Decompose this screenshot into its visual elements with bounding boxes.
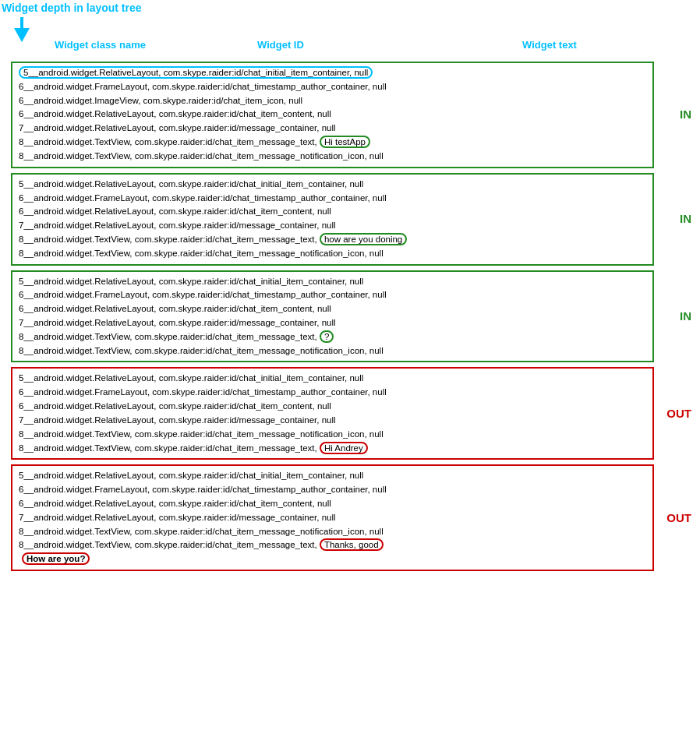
- table-row: 5__android.widget.RelativeLayout, com.sk…: [19, 66, 646, 80]
- table-row: 7__android.widget.RelativeLayout, com.sk…: [19, 414, 646, 428]
- table-row: 6__android.widget.RelativeLayout, com.sk…: [19, 205, 646, 219]
- table-row: 6__android.widget.ImageView, com.skype.r…: [19, 94, 646, 108]
- table-row: 6__android.widget.RelativeLayout, com.sk…: [19, 497, 646, 511]
- table-row: 5__android.widget.RelativeLayout, com.sk…: [19, 275, 646, 289]
- table-row: 6__android.widget.RelativeLayout, com.sk…: [19, 302, 646, 316]
- table-row: 6__android.widget.RelativeLayout, com.sk…: [19, 108, 646, 122]
- table-row: 6__android.widget.FrameLayout, com.skype…: [19, 483, 646, 497]
- table-row: 8__android.widget.TextView, com.skype.ra…: [19, 525, 646, 539]
- table-row: 8__android.widget.TextView, com.skype.ra…: [19, 428, 646, 442]
- table-row: 6__android.widget.FrameLayout, com.skype…: [19, 386, 646, 400]
- col-class-header: Widget class name: [31, 39, 257, 51]
- table-row: 8__android.widget.TextView, com.skype.ra…: [19, 233, 646, 247]
- down-arrow-icon: [14, 28, 30, 42]
- direction-label: OUT: [666, 404, 691, 422]
- highlight-oval: Hi testApp: [320, 136, 370, 148]
- arrow-indicator: [14, 17, 30, 42]
- table-row: 5__android.widget.RelativeLayout, com.sk…: [19, 469, 646, 483]
- table-row: 5__android.widget.RelativeLayout, com.sk…: [19, 372, 646, 386]
- table-row: 6__android.widget.FrameLayout, com.skype…: [19, 192, 646, 206]
- table-row: 5__android.widget.RelativeLayout, com.sk…: [19, 178, 646, 192]
- message-block-0: 5__android.widget.RelativeLayout, com.sk…: [11, 62, 654, 168]
- table-row: 6__android.widget.RelativeLayout, com.sk…: [19, 400, 646, 414]
- table-row: 7__android.widget.RelativeLayout, com.sk…: [19, 316, 646, 330]
- blocks-container: 5__android.widget.RelativeLayout, com.sk…: [8, 62, 657, 571]
- direction-label: OUT: [666, 509, 691, 527]
- column-headers: Widget class name Widget ID Widget text: [0, 37, 700, 54]
- table-row: 6__android.widget.FrameLayout, com.skype…: [19, 288, 646, 302]
- table-row: 7__android.widget.RelativeLayout, com.sk…: [19, 219, 646, 233]
- table-row: 6__android.widget.FrameLayout, com.skype…: [19, 80, 646, 94]
- highlight-oval: how are you doning: [320, 233, 407, 245]
- table-row: 8__android.widget.TextView, com.skype.ra…: [19, 442, 646, 456]
- message-block-2: 5__android.widget.RelativeLayout, com.sk…: [11, 270, 654, 363]
- table-row: 8__android.widget.TextView, com.skype.ra…: [19, 538, 646, 552]
- direction-label: IN: [680, 106, 691, 124]
- message-block-4: 5__android.widget.RelativeLayout, com.sk…: [11, 464, 654, 571]
- table-row: 8__android.widget.TextView, com.skype.ra…: [19, 136, 646, 150]
- direction-label: IN: [680, 307, 691, 325]
- message-block-3: 5__android.widget.RelativeLayout, com.sk…: [11, 367, 654, 460]
- table-row: 8__android.widget.TextView, com.skype.ra…: [19, 150, 646, 164]
- table-row: 8__android.widget.TextView, com.skype.ra…: [19, 247, 646, 261]
- header-area: Widget depth in layout tree Widget class…: [0, 0, 700, 57]
- extra-text: How are you?: [19, 552, 646, 566]
- col-text-header: Widget text: [522, 39, 700, 51]
- table-row: 8__android.widget.TextView, com.skype.ra…: [19, 330, 646, 344]
- direction-label: IN: [680, 210, 691, 228]
- depth-label: Widget depth in layout tree: [2, 2, 142, 14]
- message-block-1: 5__android.widget.RelativeLayout, com.sk…: [11, 173, 654, 266]
- extra-text-oval: How are you?: [22, 552, 90, 565]
- table-row: 7__android.widget.RelativeLayout, com.sk…: [19, 122, 646, 136]
- col-id-header: Widget ID: [257, 39, 522, 51]
- arrow-stem: [20, 17, 23, 28]
- highlight-oval: Hi Andrey: [320, 442, 368, 454]
- highlight-oval: 5__android.widget.RelativeLayout, com.sk…: [19, 66, 373, 79]
- table-row: 7__android.widget.RelativeLayout, com.sk…: [19, 511, 646, 525]
- highlight-oval: ?: [320, 330, 334, 343]
- highlight-oval: Thanks, good: [320, 538, 384, 551]
- table-row: 8__android.widget.TextView, com.skype.ra…: [19, 344, 646, 358]
